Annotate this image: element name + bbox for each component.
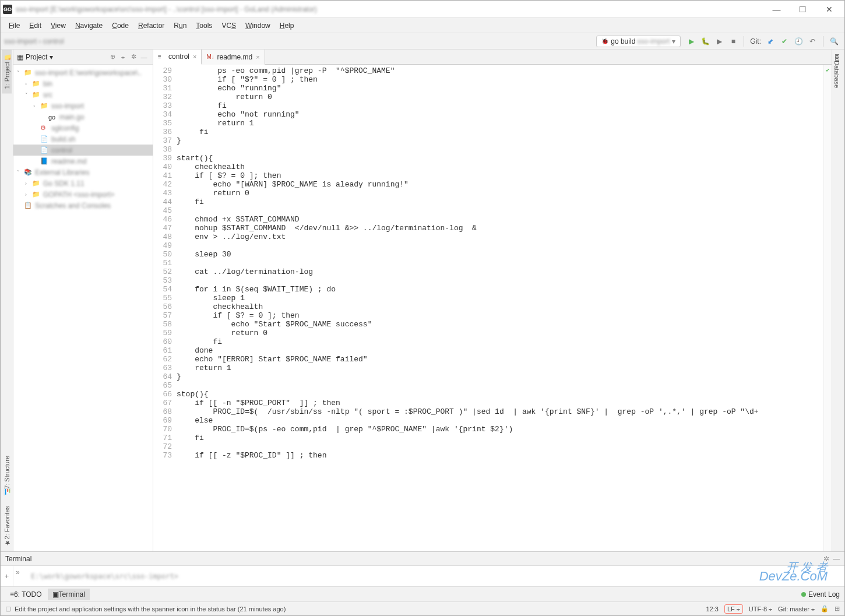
tree-row[interactable]: ›📁Go SDK 1.11 [13, 178, 153, 189]
git-commit-button[interactable]: ✔ [778, 35, 791, 48]
terminal-body[interactable]: + » E:\work\goworkspace\src\sso-import> [1, 566, 844, 586]
tree-row[interactable]: ›📁bin [13, 78, 153, 89]
tree-row[interactable]: 📋Scratches and Consoles [13, 200, 153, 211]
editor-scrollbar[interactable]: ✔ [823, 65, 832, 551]
tree-row[interactable]: gomain.go [13, 111, 153, 122]
status-message: Edit the project and application setting… [15, 606, 700, 613]
bug-icon: 🐞 [601, 38, 608, 44]
menu-view[interactable]: View [46, 19, 71, 32]
menu-tools[interactable]: Tools [191, 19, 217, 32]
code-content[interactable]: ps -eo comm,pid |grep -P "^$PROC_NAME" i… [177, 65, 823, 551]
chevron-down-icon: ▾ [672, 37, 675, 45]
file-encoding[interactable]: UTF-8 ÷ [749, 606, 772, 613]
menu-help[interactable]: Help [275, 19, 299, 32]
locate-button[interactable]: ⊕ [107, 53, 118, 61]
editor-tab-control[interactable]: ≡ control × [153, 50, 202, 65]
collapse-button[interactable]: ÷ [118, 54, 128, 61]
terminal-panel: Terminal ✲ — + » E:\work\goworkspace\src… [1, 551, 844, 586]
inspection-ok-icon: ✔ [824, 66, 832, 75]
terminal-title: Terminal [5, 555, 823, 563]
tree-row[interactable]: 📄build.sh [13, 133, 153, 145]
hide-button[interactable]: — [139, 54, 149, 61]
stop-button[interactable]: ■ [727, 35, 740, 48]
editor-body[interactable]: 2930313233343536373839404142434445464748… [153, 65, 832, 551]
editor-area: ≡ control × M↓ readme.md × 2930313233343… [153, 50, 832, 551]
git-label: Git: [750, 37, 761, 45]
debug-button[interactable]: 🐛 [699, 35, 712, 48]
menu-run[interactable]: Run [169, 19, 191, 32]
tab-label: readme.md [217, 53, 252, 61]
git-revert-button[interactable]: ↶ [806, 35, 819, 48]
run-config-selector[interactable]: 🐞 go build sso-import ▾ [596, 36, 681, 47]
breadcrumb[interactable]: sso-import › control [4, 37, 596, 45]
minimize-button[interactable]: — [763, 1, 790, 18]
readonly-toggle[interactable]: 🔒 [821, 605, 829, 613]
file-icon: ≡ [158, 54, 166, 60]
menu-refactor[interactable]: Refactor [133, 19, 169, 32]
search-button[interactable]: 🔍 [828, 35, 840, 48]
left-tool-tabs: 1: Project 📁 📊 7: Structure ★ 2: Favorit… [1, 50, 13, 551]
tab-database[interactable]: 🗄 Database [832, 50, 842, 93]
tree-row[interactable]: ˅📁sso-import E:\work\goworkspace\.. [13, 67, 153, 78]
event-log-button[interactable]: Event Log [801, 590, 840, 599]
window-title: sso-import [E:\work\goworkspace\src\sso-… [16, 5, 763, 13]
terminal-header: Terminal ✲ — [1, 552, 844, 566]
run-button[interactable]: ▶ [685, 35, 698, 48]
tree-row[interactable]: ›📁sso-import [13, 100, 153, 111]
title-bar: GO sso-import [E:\work\goworkspace\src\s… [1, 1, 844, 18]
tree-row[interactable]: ˅📁src [13, 89, 153, 100]
project-tree[interactable]: ˅📁sso-import E:\work\goworkspace\..›📁bin… [13, 65, 153, 551]
tree-row[interactable]: ›📁GOPATH <sso-import> [13, 189, 153, 200]
app-icon: GO [3, 5, 12, 14]
toolwindow-toggle-icon[interactable]: ▢ [5, 605, 11, 613]
editor-tab-readme[interactable]: M↓ readme.md × [202, 50, 265, 65]
event-dot-icon [801, 592, 806, 597]
project-panel-title[interactable]: Project ▾ [26, 53, 107, 61]
project-view-icon: ▦ [17, 53, 23, 61]
coverage-button[interactable]: ▶ [713, 35, 726, 48]
gear-icon[interactable]: ✲ [823, 555, 829, 563]
separator [823, 36, 823, 47]
settings-button[interactable]: ✲ [128, 53, 139, 61]
cursor-position[interactable]: 12:3 [706, 606, 718, 613]
tab-label: control [168, 52, 189, 61]
mem-indicator[interactable]: ⊞ [835, 605, 840, 613]
git-update-button[interactable]: ⬋ [764, 35, 777, 48]
markdown-icon: M↓ [206, 54, 214, 60]
tab-structure[interactable]: 📊 7: Structure [2, 451, 12, 501]
menu-code[interactable]: Code [107, 19, 133, 32]
git-history-button[interactable]: 🕘 [792, 35, 805, 48]
run-config-target: sso-import [637, 37, 670, 45]
tree-row[interactable]: ˅📚External Libraries [13, 167, 153, 178]
main-layout: 1: Project 📁 📊 7: Structure ★ 2: Favorit… [1, 50, 844, 551]
tree-row[interactable]: ⚙sglconfig [13, 122, 153, 133]
new-terminal-button[interactable]: + [1, 566, 13, 586]
close-button[interactable]: ✕ [816, 1, 842, 18]
maximize-button[interactable]: ☐ [790, 1, 816, 18]
tab-project[interactable]: 1: Project 📁 [2, 50, 12, 93]
terminal-nav: » [13, 566, 26, 586]
menu-edit[interactable]: Edit [24, 19, 46, 32]
tab-terminal[interactable]: ▣ Terminal [48, 589, 90, 600]
navigation-bar: sso-import › control 🐞 go build sso-impo… [1, 33, 844, 50]
menu-window[interactable]: Window [241, 19, 275, 32]
line-separator[interactable]: LF ÷ [724, 604, 743, 614]
run-config-label: go build [611, 37, 635, 45]
git-branch[interactable]: Git: master ÷ [778, 606, 815, 613]
menu-file[interactable]: File [4, 19, 24, 32]
close-tab-icon[interactable]: × [193, 53, 196, 60]
hide-terminal-button[interactable]: — [833, 555, 840, 563]
close-tab-icon[interactable]: × [256, 54, 259, 61]
editor-tabs: ≡ control × M↓ readme.md × [153, 50, 832, 65]
status-bar: ▢ Edit the project and application setti… [1, 601, 844, 615]
bottom-tool-bar: ≡ 6: TODO ▣ Terminal Event Log [1, 586, 844, 601]
tab-favorites[interactable]: ★ 2: Favorites [2, 501, 12, 551]
line-gutter: 2930313233343536373839404142434445464748… [153, 65, 177, 551]
menu-vcs[interactable]: VCS [217, 19, 241, 32]
tree-row[interactable]: 📄control [13, 145, 153, 156]
menu-navigate[interactable]: Navigate [71, 19, 107, 32]
project-panel: ▦ Project ▾ ⊕ ÷ ✲ — ˅📁sso-import E:\work… [13, 50, 153, 551]
tab-todo[interactable]: ≡ 6: TODO [5, 589, 47, 600]
tree-row[interactable]: 📘readme.md [13, 156, 153, 167]
terminal-prompt[interactable]: E:\work\goworkspace\src\sso-import> [26, 566, 844, 586]
